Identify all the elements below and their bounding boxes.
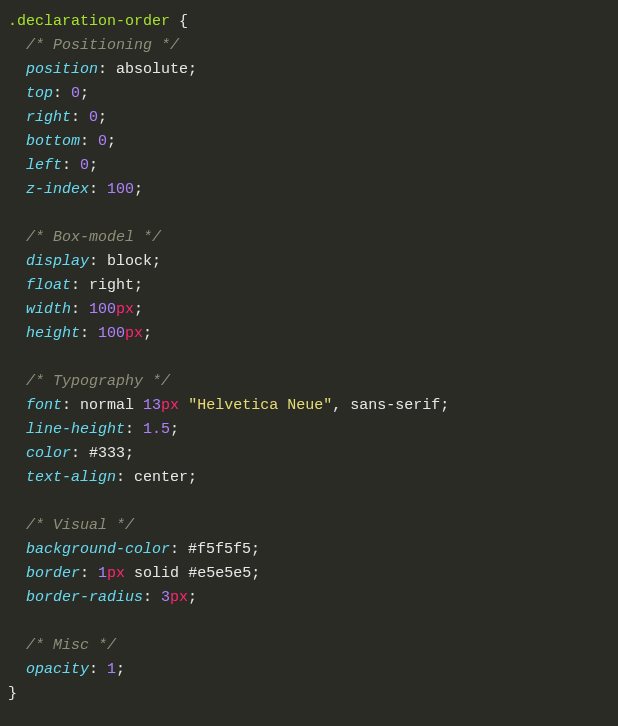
css-comment: /* Typography */ bbox=[26, 373, 170, 390]
css-value: 3 bbox=[161, 589, 170, 606]
semicolon: ; bbox=[98, 109, 107, 126]
css-comment: /* Positioning */ bbox=[26, 37, 179, 54]
colon: : bbox=[62, 397, 71, 414]
css-comment: /* Box-model */ bbox=[26, 229, 161, 246]
css-value: 100 bbox=[98, 325, 125, 342]
css-property: border-radius bbox=[26, 589, 143, 606]
code-block: .declaration-order { /* Positioning */ p… bbox=[0, 0, 618, 716]
css-value: center bbox=[134, 469, 188, 486]
colon: : bbox=[89, 253, 98, 270]
semicolon: ; bbox=[440, 397, 449, 414]
css-value: #333 bbox=[89, 445, 125, 462]
colon: : bbox=[71, 109, 80, 126]
close-brace: } bbox=[8, 685, 17, 702]
css-property: background-color bbox=[26, 541, 170, 558]
css-value: normal bbox=[80, 397, 134, 414]
css-selector: .declaration-order bbox=[8, 13, 170, 30]
colon: : bbox=[116, 469, 125, 486]
semicolon: ; bbox=[107, 133, 116, 150]
css-property: top bbox=[26, 85, 53, 102]
css-property: color bbox=[26, 445, 71, 462]
css-value: solid bbox=[134, 565, 179, 582]
css-value: px bbox=[170, 589, 188, 606]
css-value: 100 bbox=[89, 301, 116, 318]
css-value: 1 bbox=[107, 661, 116, 678]
css-value: 1.5 bbox=[143, 421, 170, 438]
semicolon: ; bbox=[188, 469, 197, 486]
semicolon: ; bbox=[143, 325, 152, 342]
colon: : bbox=[89, 661, 98, 678]
css-comment: /* Misc */ bbox=[26, 637, 116, 654]
css-property: z-index bbox=[26, 181, 89, 198]
semicolon: ; bbox=[134, 301, 143, 318]
colon: : bbox=[143, 589, 152, 606]
css-value: 13 bbox=[143, 397, 161, 414]
css-value: 1 bbox=[98, 565, 107, 582]
colon: : bbox=[80, 325, 89, 342]
css-value: , bbox=[332, 397, 341, 414]
colon: : bbox=[71, 445, 80, 462]
css-value: right bbox=[89, 277, 134, 294]
css-property: text-align bbox=[26, 469, 116, 486]
css-property: left bbox=[26, 157, 62, 174]
css-value: px bbox=[107, 565, 125, 582]
css-value: absolute bbox=[116, 61, 188, 78]
css-value: px bbox=[125, 325, 143, 342]
semicolon: ; bbox=[125, 445, 134, 462]
semicolon: ; bbox=[116, 661, 125, 678]
colon: : bbox=[89, 181, 98, 198]
colon: : bbox=[170, 541, 179, 558]
css-value: px bbox=[116, 301, 134, 318]
css-value: "Helvetica Neue" bbox=[188, 397, 332, 414]
css-property: opacity bbox=[26, 661, 89, 678]
css-comment: /* Visual */ bbox=[26, 517, 134, 534]
semicolon: ; bbox=[251, 541, 260, 558]
colon: : bbox=[98, 61, 107, 78]
css-value: sans-serif bbox=[350, 397, 440, 414]
css-property: float bbox=[26, 277, 71, 294]
css-property: bottom bbox=[26, 133, 80, 150]
css-property: border bbox=[26, 565, 80, 582]
css-value: #e5e5e5 bbox=[188, 565, 251, 582]
colon: : bbox=[53, 85, 62, 102]
colon: : bbox=[71, 277, 80, 294]
semicolon: ; bbox=[170, 421, 179, 438]
colon: : bbox=[62, 157, 71, 174]
css-property: height bbox=[26, 325, 80, 342]
semicolon: ; bbox=[80, 85, 89, 102]
semicolon: ; bbox=[152, 253, 161, 270]
colon: : bbox=[71, 301, 80, 318]
css-value: block bbox=[107, 253, 152, 270]
colon: : bbox=[80, 565, 89, 582]
css-value: #f5f5f5 bbox=[188, 541, 251, 558]
css-value: 0 bbox=[80, 157, 89, 174]
semicolon: ; bbox=[188, 589, 197, 606]
css-value: 0 bbox=[98, 133, 107, 150]
colon: : bbox=[125, 421, 134, 438]
css-property: right bbox=[26, 109, 71, 126]
semicolon: ; bbox=[188, 61, 197, 78]
css-property: width bbox=[26, 301, 71, 318]
open-brace: { bbox=[179, 13, 188, 30]
css-property: display bbox=[26, 253, 89, 270]
semicolon: ; bbox=[134, 277, 143, 294]
css-property: line-height bbox=[26, 421, 125, 438]
semicolon: ; bbox=[89, 157, 98, 174]
css-value: 0 bbox=[89, 109, 98, 126]
css-property: font bbox=[26, 397, 62, 414]
css-value: px bbox=[161, 397, 179, 414]
css-value: 100 bbox=[107, 181, 134, 198]
css-property: position bbox=[26, 61, 98, 78]
colon: : bbox=[80, 133, 89, 150]
css-value: 0 bbox=[71, 85, 80, 102]
semicolon: ; bbox=[134, 181, 143, 198]
semicolon: ; bbox=[251, 565, 260, 582]
